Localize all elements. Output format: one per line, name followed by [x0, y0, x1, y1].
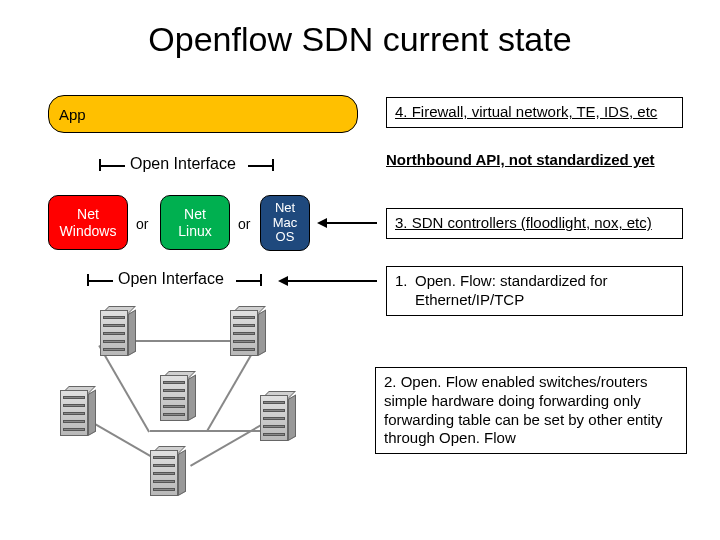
- app-label: App: [59, 106, 86, 123]
- connector-tick: [87, 274, 89, 286]
- network-link: [206, 344, 258, 432]
- open-interface-lower: Open Interface: [118, 270, 224, 288]
- connector-tick: [248, 165, 273, 167]
- or-label: or: [136, 216, 148, 232]
- or-label: or: [238, 216, 250, 232]
- switch-icon: [230, 310, 270, 356]
- note-firewall: 4. Firewall, virtual network, TE, IDS, e…: [386, 97, 683, 128]
- network-link: [150, 430, 265, 432]
- network-link: [190, 420, 269, 467]
- note-openflow-std: 1. Open. Flow: standardized for Ethernet…: [386, 266, 683, 316]
- switch-icon: [100, 310, 140, 356]
- arrow: [322, 222, 377, 224]
- connector-tick: [236, 280, 261, 282]
- network-link: [98, 345, 150, 433]
- net-mac-box: Net Mac OS: [260, 195, 310, 251]
- note-switches: 2. Open. Flow enabled switches/routers s…: [375, 367, 687, 454]
- note-controllers: 3. SDN controllers (floodlight, nox, etc…: [386, 208, 683, 239]
- arrow: [283, 280, 377, 282]
- connector-tick: [99, 159, 101, 171]
- app-box: App: [48, 95, 358, 133]
- note-northbound: Northbound API, not standardized yet: [386, 151, 683, 170]
- connector-tick: [260, 274, 262, 286]
- switch-icon: [60, 390, 100, 436]
- connector-tick: [272, 159, 274, 171]
- net-windows-box: Net Windows: [48, 195, 128, 250]
- connector-tick: [88, 280, 113, 282]
- switch-icon: [160, 375, 200, 421]
- switch-icon: [260, 395, 300, 441]
- switch-icon: [150, 450, 190, 496]
- net-linux-box: Net Linux: [160, 195, 230, 250]
- slide-title: Openflow SDN current state: [0, 20, 720, 59]
- connector-tick: [100, 165, 125, 167]
- open-interface-upper: Open Interface: [130, 155, 236, 173]
